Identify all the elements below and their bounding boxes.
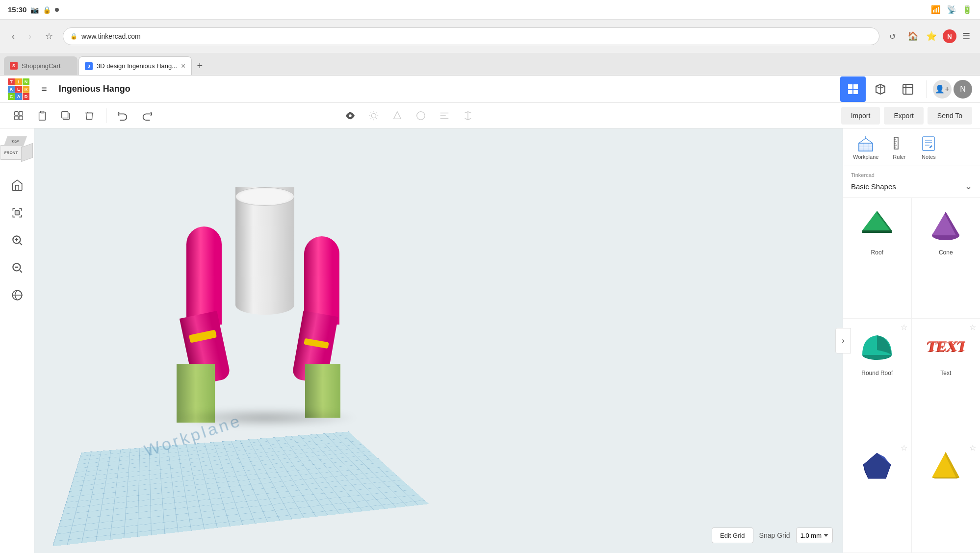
edit-grid-button[interactable]: Edit Grid — [712, 528, 753, 543]
ruler-tool-button[interactable]: Ruler — [888, 132, 910, 162]
round-roof-star-icon[interactable]: ☆ — [901, 323, 907, 332]
main-cylinder[interactable] — [235, 187, 294, 315]
gallery-view-button[interactable] — [895, 76, 921, 102]
camera-icon: 📷 — [30, 6, 39, 14]
menu-hamburger-button[interactable]: ≡ — [37, 81, 51, 97]
grid-view-button[interactable] — [840, 76, 866, 102]
light-tool-button[interactable] — [363, 105, 385, 126]
zoom-out-button[interactable] — [5, 256, 29, 279]
redo-icon — [141, 110, 152, 121]
eye-icon — [345, 110, 356, 121]
fit-view-button[interactable] — [5, 201, 29, 225]
time-display: 15:30 — [8, 5, 26, 14]
svg-rect-8 — [19, 116, 23, 119]
circle-tool-button[interactable] — [410, 105, 432, 126]
send-to-button[interactable]: Send To — [928, 107, 972, 125]
tab-close-button[interactable]: × — [181, 62, 185, 71]
workplane-grid — [52, 431, 429, 546]
export-button[interactable]: Export — [884, 107, 923, 125]
lock-status-icon: 🔒 — [43, 6, 51, 14]
add-user-button[interactable]: 👤+ — [933, 80, 952, 99]
delete-button[interactable] — [78, 105, 100, 126]
notes-icon-svg — [920, 134, 937, 152]
user-avatar[interactable]: N — [954, 80, 972, 99]
collapse-panel-button[interactable]: › — [835, 328, 851, 353]
delete-icon — [84, 110, 95, 121]
add-user-icon: 👤+ — [935, 84, 949, 94]
profile-avatar[interactable]: N — [943, 29, 956, 43]
reload-button[interactable]: ↺ — [885, 30, 900, 43]
canvas-area[interactable]: Workplane — [34, 128, 843, 553]
text-star-icon[interactable]: ☆ — [969, 323, 976, 332]
shape-dropdown[interactable]: Basic Shapes ⌄ — [851, 181, 972, 192]
left-sidebar: TOP FRONT — [0, 128, 34, 553]
logo-cell-e: E — [15, 86, 22, 93]
dropdown-arrow-icon — [824, 534, 828, 537]
redo-button[interactable] — [136, 105, 157, 126]
new-tab-button[interactable]: + — [193, 56, 206, 75]
shape-item-round-roof[interactable]: ☆ Round Roof — [843, 319, 912, 439]
shape-item-text[interactable]: ☆ TEXT TEXT Text — [912, 319, 980, 439]
workplane-tool-label: Workplane — [853, 154, 878, 160]
notes-tool-button[interactable]: Notes — [918, 132, 939, 162]
mirror-tool-button[interactable] — [457, 105, 479, 126]
pink-cylinder-left[interactable] — [186, 226, 222, 325]
menu-button[interactable]: ☰ — [960, 29, 972, 44]
logo-cell-i: I — [15, 78, 22, 85]
shape-selector: Tinkercad Basic Shapes ⌄ — [843, 166, 980, 198]
logo-cell-k: K — [8, 86, 15, 93]
header-tools: 👤+ N — [840, 76, 972, 102]
svg-rect-16 — [15, 211, 19, 215]
shape-item-cone[interactable]: Cone — [912, 198, 980, 319]
shape-item-pyramid[interactable]: ☆ — [912, 439, 980, 553]
svg-point-15 — [417, 111, 425, 120]
bookmark-button[interactable]: ☆ — [41, 29, 57, 44]
orientation-button[interactable] — [5, 283, 29, 307]
import-button[interactable]: Import — [841, 107, 880, 125]
paste-button[interactable] — [31, 105, 53, 126]
build-view-button[interactable] — [868, 76, 893, 102]
grid-view-icon — [847, 83, 859, 95]
nav-cube[interactable]: TOP FRONT — [0, 134, 34, 168]
url-text: www.tinkercad.com — [81, 32, 141, 40]
home-button[interactable]: 🏠 — [905, 29, 920, 44]
cube-front-face: FRONT — [0, 145, 22, 160]
back-button[interactable]: ‹ — [8, 29, 19, 44]
svg-point-14 — [372, 113, 376, 118]
snap-grid-value: 1.0 mm — [800, 532, 822, 539]
status-bar-left: 15:30 📷 🔒 — [8, 5, 59, 14]
zoom-in-button[interactable] — [5, 228, 29, 252]
ruler-icon-svg — [890, 134, 908, 152]
svg-text:TEXT: TEXT — [926, 338, 965, 354]
main-layout: TOP FRONT — [0, 128, 980, 553]
eye-tool-button[interactable] — [339, 105, 361, 126]
undo-button[interactable] — [112, 105, 134, 126]
shape-item-prism[interactable]: ☆ — [843, 439, 912, 553]
cylinder-body — [235, 187, 294, 315]
shape-item-roof[interactable]: Roof — [843, 198, 912, 319]
address-bar[interactable]: 🔒 www.tinkercad.com — [63, 27, 879, 45]
logo-cell-t: T — [8, 78, 15, 85]
snap-grid-select[interactable]: 1.0 mm — [796, 528, 833, 543]
shape-tool-button[interactable] — [387, 105, 408, 126]
duplicate-button[interactable] — [55, 105, 77, 126]
svg-marker-54 — [932, 478, 959, 478]
workplane-tool-button[interactable]: Workplane — [851, 132, 880, 162]
svg-point-13 — [349, 114, 352, 117]
shape-grid: Roof Cone ☆ — [843, 198, 980, 553]
bookmarks-button[interactable]: ⭐ — [924, 29, 939, 44]
prism-star-icon[interactable]: ☆ — [901, 443, 907, 452]
group-button[interactable] — [8, 105, 29, 126]
home-view-button[interactable] — [5, 174, 29, 197]
tab-shopping[interactable]: S ShoppingCart — [4, 56, 77, 75]
align-tool-button[interactable] — [434, 105, 455, 126]
shape-icon — [392, 110, 403, 121]
tab-3d[interactable]: 3 3D design Ingenious Hang... × — [78, 56, 192, 75]
pyramid-star-icon[interactable]: ☆ — [969, 443, 976, 452]
forward-button[interactable]: › — [25, 29, 35, 44]
zoom-in-icon — [11, 234, 24, 247]
svg-line-22 — [866, 138, 873, 143]
logo-cell-d: D — [23, 93, 29, 100]
cone-shape-icon — [926, 206, 965, 245]
browser-nav: ‹ › ☆ 🔒 www.tinkercad.com ↺ 🏠 ⭐ N ☰ — [0, 20, 980, 53]
